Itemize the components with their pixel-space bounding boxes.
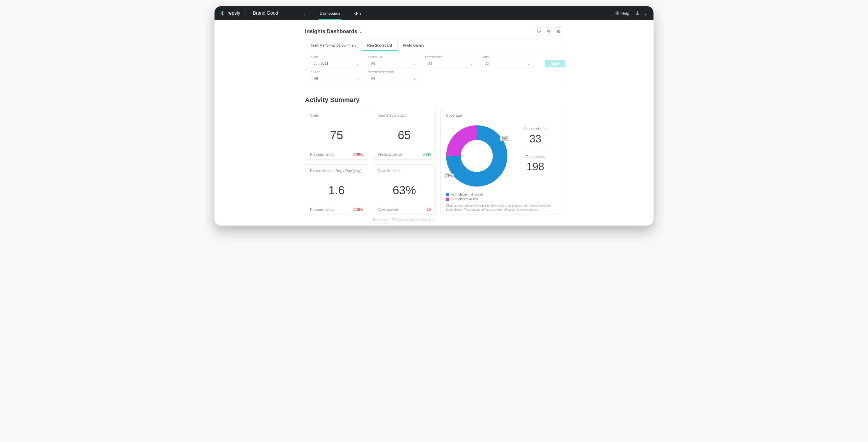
brand-name: repsly bbox=[227, 10, 240, 16]
filter-area-select[interactable]: All ⌄ bbox=[482, 60, 533, 67]
printer-icon bbox=[547, 29, 551, 33]
apply-label: Apply bbox=[550, 62, 560, 66]
print-button[interactable] bbox=[545, 27, 553, 35]
filter-territory-select[interactable]: All ⌄ bbox=[425, 60, 476, 67]
nav-dashboards[interactable]: Dashboards bbox=[313, 6, 347, 20]
days-worked-footnote: Benchmark = 70% (all weekdays worked in … bbox=[373, 218, 436, 226]
filters-panel: DATE Jun 2021 ⌄ ACCOUNT All ⌄ TERRITORY bbox=[305, 51, 563, 88]
filter-place-select[interactable]: All ⌄ bbox=[311, 75, 362, 82]
apply-button[interactable]: Apply bbox=[545, 60, 565, 67]
coverage-legend: % of places not visited % of places visi… bbox=[446, 193, 557, 201]
card-title: Coverage bbox=[446, 113, 557, 118]
svg-point-8 bbox=[558, 31, 559, 32]
section-activity-summary: Activity Summary bbox=[305, 96, 563, 104]
svg-marker-2 bbox=[220, 12, 222, 14]
filter-place-label: PLACE bbox=[311, 70, 362, 73]
legend-not-visited[interactable]: % of places not visited bbox=[446, 193, 557, 196]
nav-kpis[interactable]: KPIs bbox=[347, 6, 368, 20]
logo-icon bbox=[220, 10, 226, 16]
app-frame: repsly Brand Good ⌄ Dashboards KPIs ? He… bbox=[214, 6, 654, 226]
card-title: Forms Submitted bbox=[378, 113, 431, 118]
filter-date-select[interactable]: Jun 2021 ⌄ bbox=[311, 60, 362, 67]
filter-account-label: ACCOUNT bbox=[368, 55, 419, 59]
filter-date-label: DATE bbox=[311, 55, 362, 59]
dashboard-tabs: Team Performance Summary Rep Scorecard P… bbox=[305, 39, 563, 51]
svg-point-11 bbox=[464, 143, 490, 169]
chevron-down-icon: ⌄ bbox=[303, 11, 306, 16]
settings-button[interactable] bbox=[555, 27, 563, 35]
legend-label: % of places not visited bbox=[451, 193, 483, 196]
donut-label-visited: 25% bbox=[500, 136, 509, 141]
nav-dashboards-label: Dashboards bbox=[320, 11, 340, 16]
page-title: Insights Dashboards bbox=[305, 28, 357, 35]
card-days-worked: Days Worked 63% Days worked 19 bbox=[373, 165, 436, 215]
user-icon[interactable] bbox=[635, 10, 640, 16]
tab-photo-gallery[interactable]: Photo Gallery bbox=[398, 40, 430, 51]
org-selector[interactable]: Brand Good ⌄ bbox=[246, 6, 313, 20]
places-visited-value: 33 bbox=[530, 133, 541, 145]
filter-date-value: Jun 2021 bbox=[314, 62, 328, 66]
page-header: Insights Dashboards ⌄ bbox=[305, 26, 563, 39]
svg-marker-0 bbox=[222, 11, 224, 13]
card-title: Places visited / Rep / Day (Avg) bbox=[310, 169, 363, 173]
delta-up: 8% bbox=[423, 152, 431, 156]
brand-logo[interactable]: repsly bbox=[215, 6, 246, 20]
svg-point-3 bbox=[637, 11, 638, 12]
chevron-down-icon: ⌄ bbox=[359, 29, 363, 34]
chevron-down-icon[interactable]: ⌄ bbox=[644, 11, 647, 16]
total-places-label: Total places bbox=[526, 155, 545, 159]
help-label: Help bbox=[621, 11, 629, 16]
topbar: repsly Brand Good ⌄ Dashboards KPIs ? He… bbox=[215, 6, 653, 20]
card-forms-submitted: Forms Submitted 65 Previous period 8% bbox=[373, 109, 436, 160]
chevron-down-icon: ⌄ bbox=[356, 62, 359, 66]
days-worked-label: Days worked bbox=[378, 208, 398, 212]
previous-period-label: Previous period bbox=[378, 152, 402, 156]
swatch-icon bbox=[446, 193, 449, 196]
chevron-down-icon: ⌄ bbox=[413, 77, 416, 81]
gear-icon bbox=[557, 29, 561, 33]
filter-area-value: All bbox=[485, 62, 489, 66]
page-title-dropdown[interactable]: Insights Dashboards ⌄ bbox=[305, 28, 363, 35]
filter-account-value: All bbox=[371, 62, 375, 66]
chevron-down-icon: ⌄ bbox=[356, 77, 359, 81]
schedule-button[interactable] bbox=[535, 27, 543, 35]
tab-team-performance[interactable]: Team Performance Summary bbox=[305, 40, 362, 51]
donut-label-not-visited: 75% bbox=[444, 174, 454, 178]
filter-rep-label: REPRESENTATIVE bbox=[368, 70, 419, 73]
chevron-down-icon: ⌄ bbox=[527, 62, 530, 66]
card-value: 63% bbox=[378, 178, 431, 204]
card-value: 65 bbox=[378, 122, 431, 148]
filter-place-value: All bbox=[314, 77, 318, 81]
chevron-down-icon: ⌄ bbox=[413, 62, 416, 66]
user-menu: ⌄ bbox=[633, 10, 653, 16]
help-icon: ? bbox=[615, 11, 620, 15]
help-link[interactable]: ? Help bbox=[611, 11, 633, 16]
tab-label: Rep Scorecard bbox=[367, 43, 392, 48]
delta-down: 36% bbox=[353, 152, 363, 156]
swatch-icon bbox=[446, 198, 449, 201]
card-places-avg: Places visited / Rep / Day (Avg) 1.6 Pre… bbox=[305, 165, 368, 215]
tab-label: Team Performance Summary bbox=[311, 43, 356, 48]
legend-visited[interactable]: % of places visited bbox=[446, 197, 557, 201]
filter-account-select[interactable]: All ⌄ bbox=[368, 60, 419, 67]
total-places-value: 198 bbox=[527, 160, 544, 173]
coverage-donut-chart[interactable]: 25% 75% bbox=[446, 125, 507, 187]
filter-territory-value: All bbox=[428, 62, 432, 66]
previous-period-label: Previous period bbox=[310, 208, 334, 212]
org-name: Brand Good bbox=[253, 10, 278, 16]
tab-label: Photo Gallery bbox=[403, 43, 424, 48]
tab-rep-scorecard[interactable]: Rep Scorecard bbox=[362, 40, 398, 51]
filter-rep-value: All bbox=[371, 77, 375, 81]
filter-territory-label: TERRITORY bbox=[425, 55, 476, 59]
donut-icon bbox=[446, 125, 507, 187]
legend-label: % of places visited bbox=[451, 197, 478, 201]
nav-kpis-label: KPIs bbox=[353, 11, 361, 16]
clock-icon bbox=[537, 29, 541, 33]
places-visited-label: Places visited bbox=[524, 127, 547, 131]
svg-marker-1 bbox=[222, 13, 224, 16]
card-value: 75 bbox=[310, 122, 363, 148]
filter-area-label: AREA bbox=[482, 55, 533, 59]
summary-grid: Visits 75 Previous period 36% Forms Subm… bbox=[305, 109, 563, 215]
delta-down: 18% bbox=[353, 208, 363, 212]
filter-rep-select[interactable]: All ⌄ bbox=[368, 75, 419, 82]
